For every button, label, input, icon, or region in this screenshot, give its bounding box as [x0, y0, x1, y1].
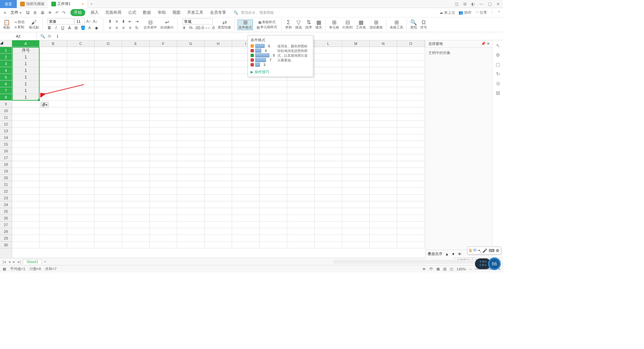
- cell-D16[interactable]: [95, 148, 122, 154]
- cell-C5[interactable]: [67, 74, 95, 81]
- cell-I16[interactable]: [232, 148, 260, 154]
- cell-D11[interactable]: [95, 114, 122, 121]
- row-header-19[interactable]: 19: [0, 168, 12, 174]
- cell-F25[interactable]: [150, 208, 177, 215]
- cell-C4[interactable]: [67, 67, 95, 74]
- cell-N4[interactable]: [370, 67, 397, 74]
- cell-F5[interactable]: [150, 74, 177, 81]
- cell-G7[interactable]: [177, 87, 205, 94]
- tab-home[interactable]: 首页: [0, 0, 17, 8]
- cell-A1[interactable]: 序号: [12, 47, 40, 54]
- cell-C17[interactable]: [67, 154, 95, 161]
- font-shrink-icon[interactable]: A↓: [92, 18, 98, 24]
- cell-N19[interactable]: [370, 168, 397, 174]
- cell-B10[interactable]: [40, 107, 67, 114]
- cell-G21[interactable]: [177, 181, 205, 188]
- cell-G11[interactable]: [177, 114, 205, 121]
- cell-K19[interactable]: [287, 168, 315, 174]
- cell-I15[interactable]: [232, 141, 260, 148]
- cell-M6[interactable]: [342, 81, 370, 87]
- tab-developer[interactable]: 开发工具: [186, 9, 205, 16]
- cell-J6[interactable]: [260, 81, 287, 87]
- cell-O14[interactable]: [397, 134, 425, 141]
- dec-dec-icon[interactable]: ←.0: [208, 25, 214, 31]
- cell-L2[interactable]: [315, 54, 342, 60]
- cell-G19[interactable]: [177, 168, 205, 174]
- ime-icon[interactable]: 中: [429, 266, 433, 271]
- cell-A14[interactable]: [12, 134, 40, 141]
- cell-B30[interactable]: [40, 242, 67, 248]
- sheet-nav-last[interactable]: ▸|: [17, 259, 21, 264]
- cell-O20[interactable]: [397, 174, 425, 181]
- location-side-icon[interactable]: ◎: [496, 81, 500, 86]
- status-icon[interactable]: ▦: [3, 267, 6, 271]
- cell-I25[interactable]: [232, 208, 260, 215]
- cell-G18[interactable]: [177, 161, 205, 168]
- view-normal-icon[interactable]: ▦: [436, 267, 440, 271]
- fx-cancel-icon[interactable]: 🔍: [40, 34, 45, 39]
- cell-C7[interactable]: [67, 87, 95, 94]
- cell-K27[interactable]: [287, 221, 315, 228]
- cell-E25[interactable]: [122, 208, 150, 215]
- cell-G15[interactable]: [177, 141, 205, 148]
- cell-M26[interactable]: [342, 215, 370, 221]
- filter-button[interactable]: ▽筛选: [294, 20, 303, 30]
- cell-M23[interactable]: [342, 195, 370, 201]
- cell-A28[interactable]: [12, 228, 40, 235]
- cell-H13[interactable]: [205, 128, 232, 134]
- cell-O10[interactable]: [397, 107, 425, 114]
- cell-D27[interactable]: [95, 221, 122, 228]
- cell-A26[interactable]: [12, 215, 40, 221]
- cell-E27[interactable]: [122, 221, 150, 228]
- cell-F4[interactable]: [150, 67, 177, 74]
- cell-I29[interactable]: [232, 235, 260, 242]
- row-header-29[interactable]: 29: [0, 235, 12, 242]
- cell-L9[interactable]: [315, 101, 342, 107]
- cell-L23[interactable]: [315, 195, 342, 201]
- send-backward-icon[interactable]: ▼: [451, 252, 455, 256]
- cell-J17[interactable]: [260, 154, 287, 161]
- cell-K26[interactable]: [287, 215, 315, 221]
- cell-G4[interactable]: [177, 67, 205, 74]
- cell-A5[interactable]: 1: [12, 74, 40, 81]
- cell-H26[interactable]: [205, 215, 232, 221]
- cell-B25[interactable]: [40, 208, 67, 215]
- saveas-icon[interactable]: 🗎: [32, 10, 38, 15]
- cell-D26[interactable]: [95, 215, 122, 221]
- cell-I18[interactable]: [232, 161, 260, 168]
- row-header-18[interactable]: 18: [0, 161, 12, 168]
- tab-data[interactable]: 数据: [142, 9, 152, 16]
- cell-H1[interactable]: [205, 47, 232, 54]
- cell-H30[interactable]: [205, 242, 232, 248]
- table-style-button[interactable]: ▦表格样式: [258, 20, 276, 24]
- cell-I11[interactable]: [232, 114, 260, 121]
- font-size-select[interactable]: [75, 18, 85, 24]
- cell-F30[interactable]: [150, 242, 177, 248]
- cell-G5[interactable]: [177, 74, 205, 81]
- cell-N7[interactable]: [370, 87, 397, 94]
- ime-toolbar[interactable]: S 中 •, 🎤 ⌨ ⚙: [467, 247, 501, 254]
- cell-C14[interactable]: [67, 134, 95, 141]
- select-all-corner[interactable]: ◢: [0, 40, 12, 47]
- cell-N22[interactable]: [370, 188, 397, 195]
- cell-E28[interactable]: [122, 228, 150, 235]
- cell-J28[interactable]: [260, 228, 287, 235]
- cell-L7[interactable]: [315, 87, 342, 94]
- cell-N20[interactable]: [370, 174, 397, 181]
- cell-M7[interactable]: [342, 87, 370, 94]
- cell-A9[interactable]: [12, 101, 40, 107]
- align-right-icon[interactable]: ≡: [120, 25, 126, 31]
- cell-O2[interactable]: [397, 54, 425, 60]
- cell-A2[interactable]: 1: [12, 54, 40, 60]
- row-header-26[interactable]: 26: [0, 215, 12, 221]
- cell-D12[interactable]: [95, 121, 122, 128]
- cell-G24[interactable]: [177, 201, 205, 208]
- cell-L22[interactable]: [315, 188, 342, 195]
- cell-N30[interactable]: [370, 242, 397, 248]
- cell-O3[interactable]: [397, 60, 425, 67]
- cell-J13[interactable]: [260, 128, 287, 134]
- cell-D28[interactable]: [95, 228, 122, 235]
- cell-G3[interactable]: [177, 60, 205, 67]
- row-header-27[interactable]: 27: [0, 221, 12, 228]
- cell-G23[interactable]: [177, 195, 205, 201]
